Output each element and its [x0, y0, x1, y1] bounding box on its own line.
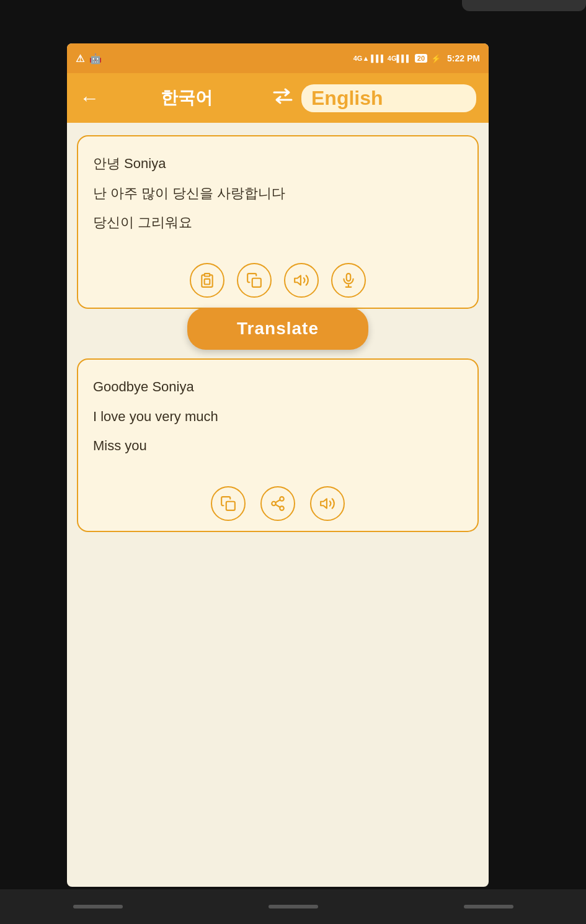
status-bar: ⚠ 🤖 4G▲ ▌▌▌ 4G▌▌▌ 20 ⚡ 5:22 PM [67, 43, 489, 73]
svg-rect-1 [205, 279, 210, 285]
svg-rect-7 [226, 502, 235, 510]
svg-rect-2 [252, 278, 261, 287]
svg-line-11 [275, 505, 280, 507]
android-icon: 🤖 [89, 53, 102, 64]
status-left-icons: ⚠ 🤖 [76, 53, 102, 64]
target-language[interactable]: English [301, 84, 476, 112]
svg-rect-4 [347, 273, 351, 281]
speaker-button[interactable] [284, 263, 319, 298]
svg-marker-3 [295, 275, 301, 285]
battery-indicator: 20 [415, 54, 427, 63]
language-selector: 한국어 English [109, 84, 476, 112]
input-text-area[interactable]: 안녕 Soniya 난 아주 많이 당신을 사랑합니다 당신이 그리워요 [93, 151, 463, 251]
back-button[interactable]: ← [79, 88, 99, 108]
input-line-2: 난 아주 많이 당신을 사랑합니다 [93, 181, 463, 206]
warning-icon: ⚠ [76, 53, 84, 64]
output-speaker-button[interactable] [310, 486, 345, 521]
translate-button-wrap: Translate [77, 308, 479, 350]
copy-button[interactable] [237, 263, 272, 298]
input-icon-row [93, 263, 463, 298]
input-line-1: 안녕 Soniya [93, 151, 463, 176]
output-share-button[interactable] [260, 486, 295, 521]
phone-outer: ⚠ 🤖 4G▲ ▌▌▌ 4G▌▌▌ 20 ⚡ 5:22 PM ← 한국어 [0, 0, 586, 924]
paste-button[interactable] [190, 263, 224, 298]
translate-button[interactable]: Translate [187, 308, 368, 350]
output-card: Goodbye Soniya I love you very much Miss… [77, 358, 479, 532]
bottom-nav-bar [0, 889, 586, 924]
input-card: 안녕 Soniya 난 아주 많이 당신을 사랑합니다 당신이 그리워요 [77, 135, 479, 309]
mic-button[interactable] [331, 263, 366, 298]
nav-dot-1 [73, 905, 123, 908]
output-copy-button[interactable] [211, 486, 246, 521]
nav-dot-3 [464, 905, 513, 908]
signal-text: 4G▲ ▌▌▌ 4G▌▌▌ [353, 55, 411, 62]
output-line-3: Miss you [93, 433, 463, 458]
swap-languages-button[interactable] [272, 87, 294, 109]
time-display: 5:22 PM [447, 53, 480, 63]
svg-rect-0 [205, 273, 210, 276]
signal-indicator: 4G▲ ▌▌▌ 4G▌▌▌ [353, 55, 411, 62]
nav-bar: ← 한국어 English [67, 73, 489, 123]
output-line-2: I love you very much [93, 404, 463, 429]
phone-screen: ⚠ 🤖 4G▲ ▌▌▌ 4G▌▌▌ 20 ⚡ 5:22 PM ← 한국어 [67, 43, 489, 887]
output-icon-row [93, 486, 463, 521]
svg-line-12 [275, 500, 280, 502]
output-line-1: Goodbye Soniya [93, 375, 463, 399]
source-language[interactable]: 한국어 [109, 86, 264, 110]
status-right: 4G▲ ▌▌▌ 4G▌▌▌ 20 ⚡ 5:22 PM [353, 53, 480, 63]
main-content: 안녕 Soniya 난 아주 많이 당신을 사랑합니다 당신이 그리워요 [67, 123, 489, 544]
svg-marker-13 [321, 499, 327, 508]
notch-bar [462, 0, 586, 11]
nav-dot-2 [269, 905, 318, 908]
output-text-area: Goodbye Soniya I love you very much Miss… [93, 375, 463, 474]
lightning-icon: ⚡ [431, 54, 441, 63]
input-line-3: 당신이 그리워요 [93, 210, 463, 235]
